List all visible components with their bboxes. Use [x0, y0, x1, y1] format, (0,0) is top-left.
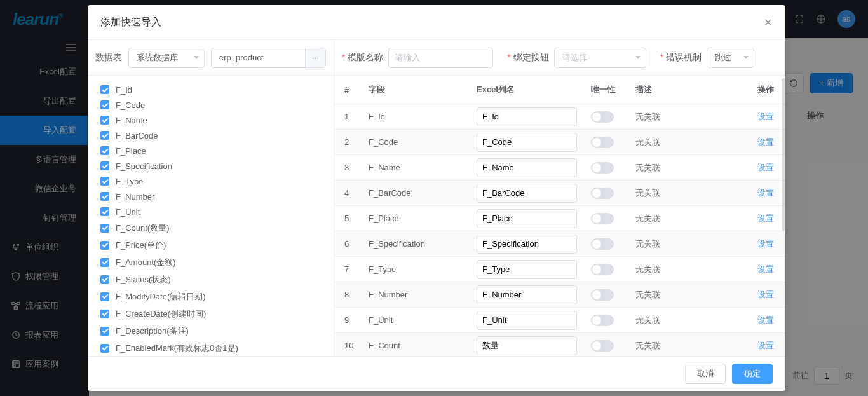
checkbox-icon[interactable] [100, 344, 109, 353]
more-icon[interactable]: ··· [305, 48, 325, 67]
settings-link[interactable]: 设置 [757, 341, 774, 350]
settings-link[interactable]: 设置 [757, 315, 774, 325]
checkbox-icon[interactable] [100, 192, 109, 201]
error-policy-select[interactable]: 跳过 [707, 48, 754, 68]
field-item[interactable]: F_EnabledMark(有效标志0否1是) [100, 339, 321, 356]
chevron-down-icon [635, 56, 641, 59]
excel-column-input[interactable] [477, 285, 577, 304]
unique-toggle[interactable] [591, 289, 614, 301]
error-policy-label: 错误机制 [660, 52, 702, 64]
field-item[interactable]: F_Type [100, 174, 321, 189]
field-item[interactable]: F_Unit [100, 204, 321, 219]
table-select[interactable]: erp_product ··· [211, 48, 326, 68]
template-name-input[interactable] [388, 48, 493, 68]
cell-desc: 无关联 [629, 289, 750, 301]
col-op: 操作 [750, 84, 782, 95]
field-item[interactable]: F_Number [100, 189, 321, 204]
checkbox-icon[interactable] [100, 275, 109, 284]
database-select[interactable]: 系统数据库 [128, 48, 205, 68]
scrollbar[interactable] [782, 76, 785, 356]
table-row: 7F_Type无关联设置 [334, 256, 785, 282]
field-item[interactable]: F_Specification [100, 158, 321, 174]
unique-toggle[interactable] [591, 137, 614, 148]
field-item[interactable]: F_Name [100, 113, 321, 128]
field-item[interactable]: F_Id [100, 82, 321, 97]
checkbox-icon[interactable] [100, 116, 109, 125]
checkbox-icon[interactable] [100, 146, 109, 155]
checkbox-icon[interactable] [100, 161, 109, 170]
unique-toggle[interactable] [591, 188, 614, 199]
checkbox-icon[interactable] [100, 224, 109, 233]
unique-toggle[interactable] [591, 213, 614, 224]
checkbox-icon[interactable] [100, 310, 109, 318]
field-label: F_Price(单价) [116, 240, 166, 251]
unique-toggle[interactable] [591, 111, 614, 123]
checkbox-icon[interactable] [100, 207, 109, 216]
settings-link[interactable]: 设置 [757, 214, 774, 223]
checkbox-icon[interactable] [100, 292, 109, 301]
field-label: F_ModifyDate(编辑日期) [116, 291, 206, 303]
field-item[interactable]: F_BarCode [100, 128, 321, 143]
field-item[interactable]: F_Description(备注) [100, 322, 321, 339]
checkbox-icon[interactable] [100, 177, 109, 186]
cell-index: 4 [334, 188, 362, 198]
left-filter-bar: 数据表 系统数据库 erp_product ··· [88, 40, 334, 76]
settings-link[interactable]: 设置 [757, 239, 774, 249]
excel-column-input[interactable] [477, 184, 577, 203]
checkbox-icon[interactable] [100, 327, 109, 336]
excel-column-input[interactable] [477, 311, 577, 330]
field-item[interactable]: F_ModifyDate(编辑日期) [100, 288, 321, 305]
right-filter-bar: 模版名称 绑定按钮 请选择 错误机制 跳过 [334, 40, 785, 76]
cell-desc: 无关联 [629, 188, 750, 199]
field-label: F_Description(备注) [116, 325, 189, 337]
field-item[interactable]: F_Code [100, 97, 321, 113]
settings-link[interactable]: 设置 [757, 264, 774, 274]
excel-column-input[interactable] [477, 133, 577, 152]
cell-desc: 无关联 [629, 264, 750, 275]
cell-field: F_Count [362, 341, 477, 350]
cell-desc: 无关联 [629, 213, 750, 224]
unique-toggle[interactable] [591, 315, 614, 326]
confirm-button[interactable]: 确定 [732, 364, 773, 384]
checkbox-icon[interactable] [100, 241, 109, 250]
unique-toggle[interactable] [591, 238, 614, 250]
cell-field: F_Place [362, 214, 477, 223]
settings-link[interactable]: 设置 [757, 188, 774, 198]
excel-column-input[interactable] [477, 235, 577, 254]
checkbox-icon[interactable] [100, 85, 109, 94]
checkbox-icon[interactable] [100, 100, 109, 109]
cell-index: 6 [334, 239, 362, 249]
settings-link[interactable]: 设置 [757, 112, 774, 121]
table-row: 6F_Specification无关联设置 [334, 231, 785, 256]
unique-toggle[interactable] [591, 340, 614, 352]
excel-column-input[interactable] [477, 209, 577, 228]
excel-column-input[interactable] [477, 260, 577, 279]
cell-field: F_Name [362, 163, 477, 172]
field-item[interactable]: F_Status(状态) [100, 271, 321, 288]
checkbox-icon[interactable] [100, 131, 109, 140]
excel-column-input[interactable] [477, 336, 577, 355]
table-header: # 字段 Excel列名 唯一性 描述 操作 [334, 76, 785, 104]
checkbox-icon[interactable] [100, 258, 109, 267]
field-item[interactable]: F_Place [100, 143, 321, 158]
excel-column-input[interactable] [477, 107, 577, 126]
field-label: F_Unit [116, 207, 140, 217]
bind-button-select[interactable]: 请选择 [554, 48, 646, 68]
cancel-button[interactable]: 取消 [685, 364, 726, 384]
settings-link[interactable]: 设置 [757, 290, 774, 299]
field-item[interactable]: F_Amount(金额) [100, 254, 321, 271]
field-item[interactable]: F_Price(单价) [100, 236, 321, 254]
cell-index: 7 [334, 264, 362, 274]
settings-link[interactable]: 设置 [757, 163, 774, 172]
excel-column-input[interactable] [477, 158, 577, 177]
field-item[interactable]: F_CreateDate(创建时间) [100, 305, 321, 322]
field-item[interactable]: F_Count(数量) [100, 219, 321, 236]
field-label: F_Number [116, 192, 154, 201]
close-icon[interactable]: ✕ [763, 17, 773, 27]
table-row: 8F_Number无关联设置 [334, 282, 785, 307]
settings-link[interactable]: 设置 [757, 137, 774, 147]
unique-toggle[interactable] [591, 162, 614, 174]
field-label: F_Status(状态) [116, 274, 171, 285]
field-label: F_Code [116, 100, 145, 110]
unique-toggle[interactable] [591, 264, 614, 275]
